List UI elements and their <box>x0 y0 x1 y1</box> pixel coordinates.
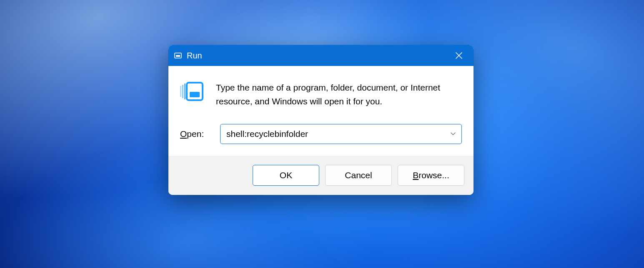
svg-rect-7 <box>187 83 203 100</box>
open-label: Open: <box>180 129 209 139</box>
desktop-background: Run Type the na <box>0 0 644 268</box>
svg-rect-5 <box>182 85 183 98</box>
dialog-footer: OK Cancel Browse... <box>168 156 474 195</box>
browse-button[interactable]: Browse... <box>398 165 464 186</box>
run-dialog: Run Type the na <box>168 45 474 195</box>
titlebar[interactable]: Run <box>168 45 474 66</box>
run-app-icon <box>180 81 205 101</box>
svg-rect-4 <box>180 86 181 97</box>
open-combobox[interactable] <box>220 124 462 144</box>
dialog-body: Type the name of a program, folder, docu… <box>168 66 474 156</box>
close-button[interactable] <box>449 47 469 64</box>
svg-rect-6 <box>184 83 185 99</box>
svg-rect-1 <box>176 55 180 57</box>
close-icon <box>455 52 463 59</box>
ok-button[interactable]: OK <box>253 165 319 186</box>
run-titlebar-icon <box>173 52 183 59</box>
cancel-button[interactable]: Cancel <box>325 165 392 186</box>
titlebar-title: Run <box>187 51 449 61</box>
svg-rect-8 <box>190 92 200 97</box>
open-input[interactable] <box>220 124 462 144</box>
dialog-description: Type the name of a program, folder, docu… <box>216 81 462 108</box>
